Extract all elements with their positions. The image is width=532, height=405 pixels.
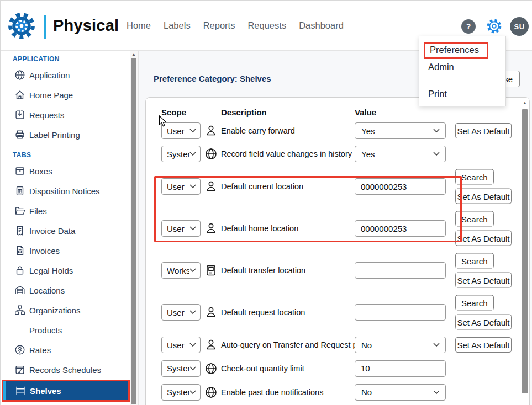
sidebar-item-invoice-data[interactable]: Invoice Data [1, 221, 130, 241]
sidebar-item-disposition-notices[interactable]: Disposition Notices [1, 181, 130, 201]
sidebar-item-requests[interactable]: Requests [1, 105, 130, 125]
nav-requests[interactable]: Requests [247, 20, 286, 31]
panel-scrollbar-thumb[interactable] [522, 109, 528, 393]
sidebar-item-label-printing[interactable]: Label Printing [1, 125, 130, 145]
sidebar-item-label: Disposition Notices [29, 186, 100, 196]
nav-dashboard[interactable]: Dashboard [299, 20, 344, 31]
sidebar-item-home-page[interactable]: Home Page [1, 85, 130, 105]
value-select[interactable]: Yes [355, 122, 446, 139]
preference-description: Default current location [221, 182, 303, 191]
set-as-default-button[interactable]: Set As Default [455, 123, 512, 138]
chevron-down-icon [433, 343, 440, 347]
column-header-value: Value [355, 108, 376, 117]
scope-select[interactable]: User [161, 304, 201, 321]
scope-value: Syster [167, 364, 189, 373]
sidebar-item-organizations[interactable]: Organizations [1, 300, 130, 320]
value-select[interactable]: No [355, 384, 446, 401]
search-button[interactable]: Search [455, 295, 494, 311]
value-input[interactable] [355, 360, 446, 377]
sidebar-item-products[interactable]: Products [1, 320, 130, 340]
value-select[interactable]: Yes [355, 146, 446, 162]
sidebar-scrollbar-thumb[interactable] [131, 58, 136, 404]
sidebar-item-rates[interactable]: Rates [1, 340, 130, 360]
sidebar-item-label: Legal Holds [29, 266, 73, 275]
scope-select[interactable]: Syster [161, 384, 201, 401]
value-input[interactable] [355, 262, 446, 279]
preference-row: Syster Enable past due notifications No [161, 380, 518, 404]
nav-reports[interactable]: Reports [203, 20, 235, 31]
sidebar-item-locations[interactable]: Locations [1, 280, 130, 300]
invoice-icon [14, 244, 26, 257]
user-avatar[interactable]: SU [510, 17, 529, 36]
value-input[interactable] [355, 304, 446, 321]
user-icon [204, 180, 218, 193]
globe-icon [204, 386, 218, 399]
settings-gear-icon[interactable] [486, 18, 502, 34]
set-as-default-button[interactable]: Set As Default [455, 273, 512, 288]
sidebar-item-application[interactable]: Application [1, 65, 130, 85]
scope-select[interactable]: Works [161, 262, 201, 279]
scope-select[interactable]: User [161, 178, 201, 195]
settings-dropdown-menu: Preferences Admin Print [419, 36, 506, 106]
chevron-down-icon [189, 226, 196, 231]
scroll-up-arrow-icon[interactable]: ▲ [130, 52, 138, 57]
chevron-down-icon [189, 366, 196, 371]
preference-description: Enable carry forward [221, 126, 295, 135]
preference-row: User Default request location Search Set… [161, 291, 518, 333]
scope-value: Syster [167, 150, 189, 159]
search-button[interactable]: Search [455, 211, 494, 227]
column-header-description: Description [221, 108, 267, 117]
main-nav: Home Labels Reports Requests Dashboard [127, 1, 344, 51]
sidebar-item-label: Application [29, 71, 70, 80]
scope-select[interactable]: User [161, 122, 201, 139]
set-as-default-button[interactable]: Set As Default [455, 315, 512, 330]
user-icon [204, 222, 218, 235]
search-button[interactable]: Search [455, 169, 494, 185]
scroll-up-arrow-icon[interactable]: ▲ [522, 100, 528, 105]
sidebar-item-files[interactable]: Files [1, 201, 130, 221]
preference-row: User Auto-query on Transfer and Request … [161, 333, 518, 356]
sidebar-scrollbar[interactable]: ▲ [130, 51, 138, 405]
menu-item-admin[interactable]: Admin [428, 61, 505, 72]
sidebar-section-application: APPLICATION [1, 53, 138, 65]
set-as-default-button[interactable]: Set As Default [455, 337, 512, 353]
set-as-default-button[interactable]: Set As Default [455, 189, 512, 204]
panel-scrollbar[interactable]: ▲ [522, 99, 528, 405]
preference-row: Works Default transfer location Search S… [161, 249, 518, 291]
scope-select[interactable]: User [161, 220, 201, 237]
preference-description: Check-out quantity limit [221, 364, 304, 373]
org-chart-icon [14, 304, 26, 316]
dollar-circle-icon [14, 344, 26, 356]
sidebar-item-label: Products [29, 326, 62, 335]
sidebar-item-legal-holds[interactable]: Legal Holds [1, 260, 130, 280]
menu-item-print[interactable]: Print [428, 88, 505, 99]
preferences-table: Scope Description Value User Enable carr… [161, 108, 518, 404]
value-select[interactable]: No [355, 337, 446, 353]
sidebar-item-invoices[interactable]: Invoices [1, 241, 130, 260]
help-icon[interactable]: ? [461, 19, 476, 34]
brand-divider [44, 15, 46, 39]
set-as-default-button[interactable]: Set As Default [455, 231, 512, 246]
user-icon [204, 306, 218, 319]
table-header-row: Scope Description Value [161, 108, 518, 119]
preference-row: Syster Record field value changes in his… [161, 142, 518, 166]
menu-item-preferences[interactable]: Preferences [430, 45, 479, 55]
scope-select[interactable]: User [161, 337, 201, 353]
sidebar-item-boxes[interactable]: Boxes [1, 161, 130, 181]
sidebar-item-label: Records Schedules [29, 365, 101, 375]
user-icon [204, 124, 218, 137]
nav-home[interactable]: Home [127, 20, 151, 31]
scope-select[interactable]: Syster [161, 360, 201, 377]
sidebar-section-tabs: TABS [1, 149, 138, 161]
sidebar-item-shelves[interactable]: Shelves [2, 380, 130, 402]
scope-select[interactable]: Syster [161, 146, 201, 162]
search-button[interactable]: Search [455, 253, 494, 269]
sidebar-item-records-schedules[interactable]: Records Schedules [1, 360, 130, 380]
page-title: Preference Category: Shelves [154, 74, 271, 83]
sidebar-item-label: Boxes [29, 167, 52, 176]
scope-value: Syster [167, 387, 189, 397]
value-input[interactable] [355, 220, 446, 237]
nav-labels[interactable]: Labels [164, 20, 191, 31]
document-grid-icon [14, 185, 26, 197]
value-input[interactable] [355, 178, 446, 195]
